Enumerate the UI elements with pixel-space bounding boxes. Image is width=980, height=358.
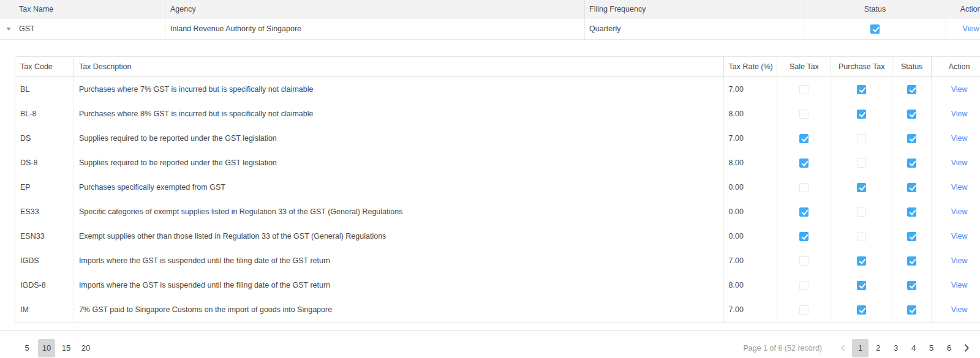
purchase-tax-checkbox[interactable] [857,207,866,217]
purchase-tax-cell [831,297,892,322]
view-link[interactable]: View [951,110,968,118]
sale-tax-checkbox[interactable] [799,256,809,266]
pager: 5 10 15 20 Page 1 of 6 (52 record) 1 2 3… [0,330,980,358]
action-cell: View [932,297,980,322]
sale-tax-checkbox[interactable] [799,281,809,290]
tax-settings-page: Tax Name Agency Filing Frequency Status … [0,0,980,358]
tax-description-cell: Imports where the GST is suspended until… [74,248,724,273]
view-link[interactable]: View [951,134,968,143]
status-checkbox[interactable] [907,256,916,266]
sale-tax-checkbox[interactable] [799,158,809,168]
status-cell [892,273,932,297]
page-size-option-5[interactable]: 5 [18,339,36,357]
page-button-6[interactable]: 6 [941,339,957,357]
sale-tax-checkbox[interactable] [799,232,809,241]
column-header-status[interactable]: Status [804,0,946,18]
page-button-5[interactable]: 5 [923,339,940,357]
purchase-tax-cell [831,77,892,102]
chevron-left-icon[interactable] [835,339,851,357]
status-checkbox[interactable] [907,134,916,143]
tax-code-cell: IGDS-8 [15,273,74,297]
column-header-action[interactable]: Action [946,0,980,18]
purchase-tax-checkbox[interactable] [857,281,866,290]
triangle-down-icon[interactable] [6,28,11,31]
tax-code-cell: IM [15,297,74,322]
purchase-tax-checkbox[interactable] [857,158,866,168]
column-header-tax-code[interactable]: Tax Code [15,57,74,76]
view-link[interactable]: View [951,183,968,192]
column-header-action[interactable]: Action [932,57,980,76]
status-checkbox[interactable] [907,85,916,94]
tax-code-cell: DS-8 [15,151,74,175]
view-link[interactable]: View [963,24,979,33]
tax-rate-cell: 8.00 [724,102,778,126]
sale-tax-checkbox[interactable] [799,305,809,315]
view-link[interactable]: View [951,207,968,216]
column-header-status[interactable]: Status [892,57,932,76]
sale-tax-checkbox[interactable] [799,134,809,143]
view-link[interactable]: View [951,281,968,289]
tax-code-cell: EP [15,175,74,200]
view-link[interactable]: View [951,305,968,314]
tax-rate-cell: 0.00 [724,175,778,200]
status-cell [892,102,932,126]
purchase-tax-checkbox[interactable] [857,183,866,192]
column-header-agency[interactable]: Agency [165,0,585,18]
purchase-tax-checkbox[interactable] [857,134,866,143]
tax-description-cell: Supplies required to be reported under t… [74,126,724,151]
expand-column-header [0,0,17,18]
page-size-option-15[interactable]: 15 [58,339,75,357]
purchase-tax-checkbox[interactable] [857,232,866,241]
status-cell [892,126,932,151]
status-checkbox[interactable] [870,24,880,34]
page-size-option-10-selected[interactable]: 10 [38,339,55,357]
sale-tax-checkbox[interactable] [799,183,809,192]
page-size-option-20[interactable]: 20 [77,339,94,357]
tax-description-cell: Purchases specifically exempted from GST [74,175,724,200]
master-detail-section: Tax Code Tax Description Tax Rate (%) Sa… [0,40,980,323]
tax-codes-detail-grid: Tax Code Tax Description Tax Rate (%) Sa… [15,56,980,323]
column-header-tax-rate[interactable]: Tax Rate (%) [724,57,778,76]
sale-tax-cell [777,126,831,151]
column-header-filing-frequency[interactable]: Filing Frequency [585,0,804,18]
tax-description-cell: Specific categories of exempt supplies l… [74,200,724,224]
column-header-purchase-tax[interactable]: Purchase Tax [831,57,892,76]
status-checkbox[interactable] [907,232,916,241]
view-link[interactable]: View [951,232,968,241]
purchase-tax-checkbox[interactable] [857,256,866,266]
column-header-sale-tax[interactable]: Sale Tax [777,57,831,76]
tax-description-cell: Purchases where 7% GST is incurred but i… [74,77,724,102]
page-button-3[interactable]: 3 [888,339,904,357]
status-checkbox[interactable] [907,183,916,192]
purchase-tax-cell [831,102,892,126]
tax-code-cell: IGDS [15,248,74,273]
tax-name-cell: GST [17,18,165,39]
page-button-2[interactable]: 2 [870,339,886,357]
sale-tax-checkbox[interactable] [799,110,809,119]
view-link[interactable]: View [951,85,968,94]
page-button-4[interactable]: 4 [905,339,922,357]
column-header-tax-description[interactable]: Tax Description [74,57,724,76]
status-checkbox[interactable] [907,207,916,217]
view-link[interactable]: View [951,256,968,265]
status-checkbox[interactable] [907,158,916,168]
sale-tax-checkbox[interactable] [799,207,809,217]
action-cell: View [932,200,980,224]
purchase-tax-checkbox[interactable] [857,305,866,315]
sale-tax-checkbox[interactable] [799,85,809,94]
status-cell [892,77,932,102]
status-checkbox[interactable] [907,281,916,290]
column-header-tax-name[interactable]: Tax Name [17,0,165,18]
action-cell: View [932,126,980,151]
purchase-tax-checkbox[interactable] [857,110,866,119]
status-checkbox[interactable] [907,305,916,315]
status-cell [892,151,932,175]
chevron-right-icon[interactable] [958,339,974,357]
page-button-1-current[interactable]: 1 [852,339,869,357]
purchase-tax-checkbox[interactable] [857,85,866,94]
status-checkbox[interactable] [907,110,916,119]
action-cell: View [932,102,980,126]
detail-table-row: IGDS Imports where the GST is suspended … [15,248,980,273]
view-link[interactable]: View [951,158,968,167]
action-cell: View [932,175,980,200]
